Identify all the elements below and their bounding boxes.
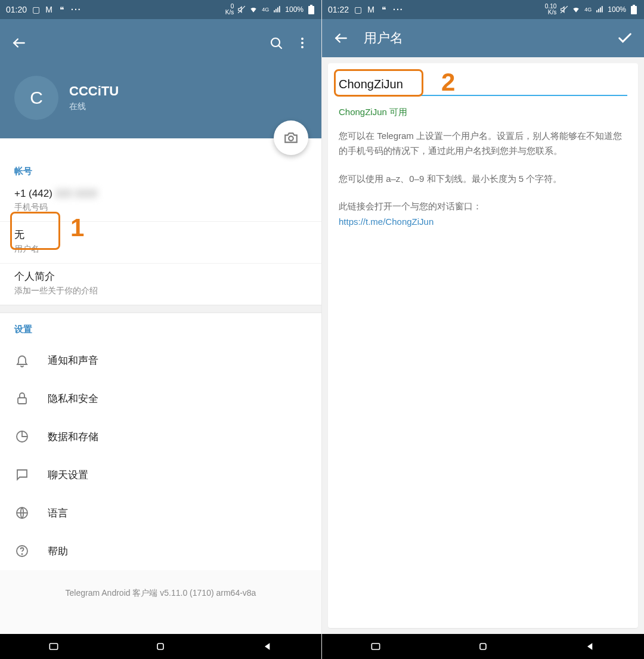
- phone-value: +1 (442) 222 2222: [14, 188, 307, 200]
- avatar[interactable]: C: [14, 76, 58, 120]
- page-title: 用户名: [364, 29, 403, 47]
- image-icon: ▢: [32, 5, 40, 14]
- pie-icon: [14, 429, 30, 444]
- signal-bars-icon: [596, 5, 604, 14]
- back-button[interactable]: [6, 30, 32, 56]
- svg-line-8: [279, 46, 282, 49]
- settings-item-chat[interactable]: 聊天设置: [0, 456, 321, 494]
- search-button[interactable]: [263, 30, 289, 56]
- profile-status: 在线: [69, 101, 119, 112]
- image-icon: ▢: [354, 5, 362, 14]
- svg-rect-23: [600, 8, 601, 13]
- network-speed: 0 K/s: [225, 4, 234, 16]
- wifi-icon: [249, 5, 258, 14]
- nav-recents[interactable]: [352, 639, 400, 654]
- phone-item[interactable]: +1 (442) 222 2222 手机号码: [0, 182, 321, 222]
- description-1: 您可以在 Telegram 上设置一个用户名。设置后，别人将能够在不知道您的手机…: [339, 129, 627, 159]
- chat-icon: [14, 467, 30, 482]
- svg-point-10: [301, 42, 304, 44]
- mail-icon: M: [367, 5, 375, 14]
- svg-rect-25: [631, 6, 637, 14]
- username-value: 无: [14, 228, 307, 242]
- status-time: 01:22: [328, 5, 349, 14]
- content-card: ChongZiJun 可用 您可以在 Telegram 上设置一个用户名。设置后…: [328, 63, 638, 628]
- mail-icon: M: [45, 5, 53, 14]
- phone-label: 手机号码: [14, 202, 307, 213]
- svg-rect-6: [310, 5, 312, 6]
- nav-home[interactable]: [137, 639, 184, 654]
- svg-point-11: [301, 46, 304, 48]
- globe-icon: [14, 505, 30, 521]
- nav-back[interactable]: [566, 639, 614, 654]
- bell-icon: [14, 352, 30, 368]
- hangouts-icon: ❝: [380, 5, 388, 14]
- network-speed: 0.10 K/s: [545, 4, 556, 16]
- account-header: 帐号: [0, 138, 321, 182]
- svg-point-12: [289, 136, 293, 141]
- profile-name: CCCiTU: [69, 83, 119, 99]
- settings-item-language[interactable]: 语言: [0, 494, 321, 532]
- profile-link[interactable]: https://t.me/ChongZiJun: [339, 216, 627, 227]
- app-bar: C CCCiTU 在线: [0, 19, 321, 138]
- settings-item-privacy[interactable]: 隐私和安全: [0, 379, 321, 417]
- camera-fab[interactable]: [274, 120, 308, 155]
- help-icon: [14, 543, 30, 559]
- section-gap: [0, 305, 321, 313]
- svg-rect-19: [157, 643, 163, 649]
- battery-text: 100%: [608, 5, 626, 14]
- phone-hidden: 222 2222: [55, 188, 98, 199]
- svg-rect-2: [275, 9, 277, 13]
- account-section: 帐号 +1 (442) 222 2222 手机号码 无 用户名 个人简介 添加一…: [0, 138, 321, 305]
- username-input[interactable]: [339, 78, 627, 91]
- mute-icon: [237, 5, 246, 14]
- nav-recents[interactable]: [30, 639, 78, 654]
- more-menu-button[interactable]: [289, 30, 315, 56]
- back-button[interactable]: [328, 25, 354, 51]
- app-bar: 用户名: [322, 19, 644, 57]
- more-icon: ···: [71, 5, 82, 14]
- description-2: 您可以使用 a–z、0–9 和下划线。最小长度为 5 个字符。: [339, 172, 627, 187]
- wifi-icon: [572, 5, 580, 14]
- settings-item-notifications[interactable]: 通知和声音: [0, 341, 321, 379]
- confirm-button[interactable]: [612, 25, 638, 51]
- svg-rect-18: [49, 643, 57, 649]
- profile-header: C CCCiTU 在线: [14, 76, 119, 120]
- settings-list: 通知和声音 隐私和安全 数据和存储 聊天设置 语言 帮助: [0, 341, 321, 570]
- battery-icon: [630, 5, 638, 14]
- svg-rect-24: [602, 6, 603, 13]
- signal-icon: 4G: [261, 5, 270, 14]
- username-input-wrap[interactable]: [339, 78, 627, 96]
- svg-rect-28: [480, 643, 486, 649]
- signal-bars-icon: [273, 5, 281, 14]
- username-label: 用户名: [14, 244, 307, 255]
- status-bar: 01:20 ▢ M ❝ ··· 0 K/s 4G 100%: [0, 0, 321, 19]
- svg-rect-27: [371, 643, 379, 649]
- right-screen: 01:22 ▢ M ❝ ··· 0.10 K/s 4G 100% 用户名: [322, 0, 644, 659]
- svg-rect-3: [277, 8, 278, 13]
- availability-text: ChongZiJun 可用: [339, 107, 627, 118]
- version-footer: Telegram Android 客户端 v5.11.0 (1710) arm6…: [0, 570, 321, 611]
- username-item[interactable]: 无 用户名: [0, 222, 321, 264]
- status-time: 01:20: [6, 5, 27, 14]
- settings-item-data[interactable]: 数据和存储: [0, 417, 321, 456]
- settings-item-help[interactable]: 帮助: [0, 532, 321, 570]
- svg-rect-22: [598, 9, 599, 13]
- bio-item[interactable]: 个人简介 添加一些关于你的介绍: [0, 264, 321, 305]
- svg-rect-4: [279, 6, 280, 13]
- svg-rect-5: [308, 6, 314, 14]
- nav-bar: [0, 634, 321, 659]
- svg-rect-26: [633, 5, 635, 6]
- svg-rect-21: [596, 10, 597, 13]
- lock-icon: [14, 391, 30, 406]
- svg-rect-13: [18, 398, 26, 404]
- description-3: 此链接会打开一个与您的对话窗口：: [339, 199, 627, 214]
- mute-icon: [560, 5, 568, 14]
- battery-icon: [307, 5, 315, 14]
- bio-label: 添加一些关于你的介绍: [14, 286, 307, 296]
- nav-back[interactable]: [244, 639, 292, 654]
- svg-rect-1: [274, 10, 275, 13]
- left-screen: 01:20 ▢ M ❝ ··· 0 K/s 4G 100%: [0, 0, 322, 659]
- battery-text: 100%: [285, 5, 304, 14]
- nav-home[interactable]: [459, 639, 507, 654]
- svg-point-9: [301, 38, 304, 40]
